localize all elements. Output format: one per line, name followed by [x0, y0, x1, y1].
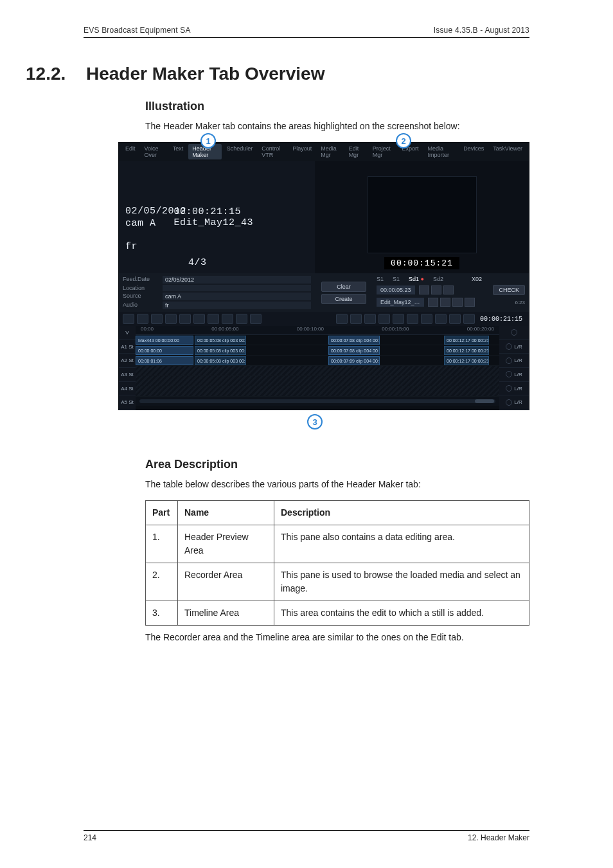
zoom-icon[interactable] [511, 329, 517, 336]
next-icon[interactable] [443, 285, 454, 294]
tab-playout[interactable]: Playout [289, 144, 315, 159]
timeline-ruler: 00:00 00:00:05:00 00:00:10:00 00:00:15:0… [136, 326, 499, 335]
tab-taskviewer[interactable]: TaskViewer [489, 144, 526, 159]
copy-icon[interactable] [165, 314, 177, 324]
tab-project-mgr[interactable]: Project Mgr [369, 144, 397, 159]
timeline-body[interactable]: 00:00 00:00:05:00 00:00:10:00 00:00:15:0… [136, 326, 499, 410]
cell-desc: This pane also contains a data editing a… [274, 525, 529, 563]
track-v[interactable]: V [119, 326, 136, 340]
check-button[interactable]: CHECK [493, 285, 525, 295]
goto-in-icon[interactable] [364, 314, 376, 324]
tab-text[interactable]: Text [169, 144, 188, 159]
seg-a1-d[interactable]: 00:00:12:17 00:00:21:11 [444, 346, 489, 355]
tab-media-importer[interactable]: Media Importer [423, 144, 458, 159]
tab-voice-over[interactable]: Voice Over [141, 144, 168, 159]
undo-icon[interactable] [123, 314, 134, 324]
tool-d-icon[interactable] [236, 314, 247, 324]
timeline-scrollbar[interactable] [136, 397, 499, 406]
monitor-icon[interactable] [463, 314, 475, 324]
rec-s1a[interactable]: S1 [377, 276, 384, 282]
step-fwd-icon[interactable] [452, 298, 463, 307]
seg-a2-c[interactable]: 00:00:07:09 clip 004 00:00:12:18 00:00:0… [328, 356, 380, 365]
seg-v-c[interactable]: 00:00:07:08 clip 004 00:00:12:18 00:00:0… [328, 336, 380, 345]
lane-a3-empty [136, 366, 499, 376]
seg-v-b[interactable]: 00:00:05:08 clip 003 00:00:04:24 00:00:0… [195, 336, 246, 345]
seg-a2-d[interactable]: 00:00:12:17 00:00:21:11 [444, 356, 489, 365]
location-label: Location [123, 285, 163, 291]
rec-sd2[interactable]: Sd2 [433, 276, 443, 282]
step-back-icon[interactable] [440, 298, 450, 307]
play-tl-icon[interactable] [393, 314, 404, 324]
table-row: 3. Timeline Area This area contains the … [146, 601, 529, 626]
track-a5[interactable]: A5 St [119, 395, 136, 410]
app-window: Edit Voice Over Text Header Maker Schedu… [118, 142, 529, 410]
annot-2: 2 [396, 133, 411, 149]
layout-a-icon[interactable] [421, 314, 432, 324]
track-a4[interactable]: A4 St [119, 382, 136, 396]
zoom-icon[interactable] [506, 357, 512, 364]
rec-sd1[interactable]: Sd1 ● [409, 276, 424, 282]
redo-icon[interactable] [137, 314, 148, 324]
timeline[interactable]: V A1 St A2 St A3 St A4 St A5 St 00:00 00… [119, 326, 529, 410]
tab-scheduler[interactable]: Scheduler [223, 144, 257, 159]
track-a1[interactable]: A1 St [119, 340, 136, 354]
mark-in-icon[interactable] [336, 314, 348, 324]
scroll-thumb[interactable] [475, 399, 494, 403]
tab-devices[interactable]: Devices [459, 144, 488, 159]
preview-timecode: 00:00:21:15 [174, 206, 242, 217]
tab-edit-mgr[interactable]: Edit Mgr [345, 144, 368, 159]
prev-icon[interactable] [419, 285, 429, 294]
source-label: Source [123, 293, 163, 300]
lane-a4-empty [136, 376, 499, 386]
cell-desc: This area contains the edit to which a s… [274, 601, 529, 626]
tab-control-vtr[interactable]: Control VTR [258, 144, 287, 159]
stop-tl-icon[interactable] [407, 314, 418, 324]
rec-s1b[interactable]: S1 [393, 276, 400, 282]
seg-a2-b[interactable]: 00:00:05:08 clip 003 00:00:04:04 00:00:0… [195, 356, 246, 365]
source-input[interactable]: cam A [163, 293, 311, 300]
step-end-icon[interactable] [465, 298, 475, 307]
cell-name: Recorder Area [178, 563, 274, 601]
annot-3: 3 [307, 414, 323, 429]
tool-a-icon[interactable] [193, 314, 205, 324]
layout-c-icon[interactable] [449, 314, 461, 324]
audio-input[interactable]: fr [163, 302, 311, 309]
section-title: Header Maker Tab Overview [86, 64, 324, 84]
seg-a1-c[interactable]: 00:00:07:08 clip 004 00:00:12:18 00:00:0… [328, 346, 380, 355]
paste-icon[interactable] [179, 314, 191, 324]
feed-date-input[interactable]: 02/05/2012 [163, 276, 311, 284]
step-start-icon[interactable] [428, 298, 438, 307]
create-button[interactable]: Create [321, 294, 366, 304]
recorder-selector[interactable]: S1 S1 Sd1 ● Sd2 X02 [377, 276, 525, 282]
tool-c-icon[interactable] [222, 314, 233, 324]
track-a3[interactable]: A3 St [119, 368, 136, 382]
location-input[interactable] [163, 285, 311, 291]
mark-out-icon[interactable] [350, 314, 362, 324]
tool-e-icon[interactable] [250, 314, 262, 324]
seg-a1-b[interactable]: 00:00:05:08 clip 003 00:00:04:24 00:00:0… [195, 346, 246, 355]
layout-b-icon[interactable] [435, 314, 447, 324]
track-a2[interactable]: A2 St [119, 354, 136, 368]
zoom-icon[interactable] [506, 343, 512, 350]
zoom-icon[interactable] [506, 385, 512, 392]
lane-a5-empty [136, 386, 499, 397]
transport-controls[interactable] [419, 285, 454, 294]
seg-a1-a[interactable]: 00:00:00:00 [136, 346, 193, 355]
clear-button[interactable]: Clear [321, 282, 366, 292]
seg-a2-a[interactable]: 00:00:01:06 [136, 356, 193, 365]
seg-v-a[interactable]: Max443 00:00:00:00 [136, 336, 193, 345]
record-dot-icon: ● [421, 276, 424, 282]
area-desc-footer-note: The Recorder area and the Timeline area … [145, 631, 529, 644]
tool-b-icon[interactable] [208, 314, 219, 324]
tab-media-mgr[interactable]: Media Mgr [317, 144, 343, 159]
goto-out-icon[interactable] [378, 314, 390, 324]
zoom-icon[interactable] [506, 371, 512, 377]
preview-source: cam A [125, 218, 156, 229]
seg-v-d[interactable]: 00:00:12:17 00:00:21:11 [444, 336, 489, 345]
cut-icon[interactable] [151, 314, 163, 324]
ruler-t4: 00:00:20:00 [467, 326, 494, 334]
tab-edit[interactable]: Edit [121, 144, 139, 159]
transport-step-controls[interactable] [428, 298, 475, 307]
play-icon[interactable] [431, 285, 441, 294]
zoom-icon[interactable] [506, 399, 512, 406]
